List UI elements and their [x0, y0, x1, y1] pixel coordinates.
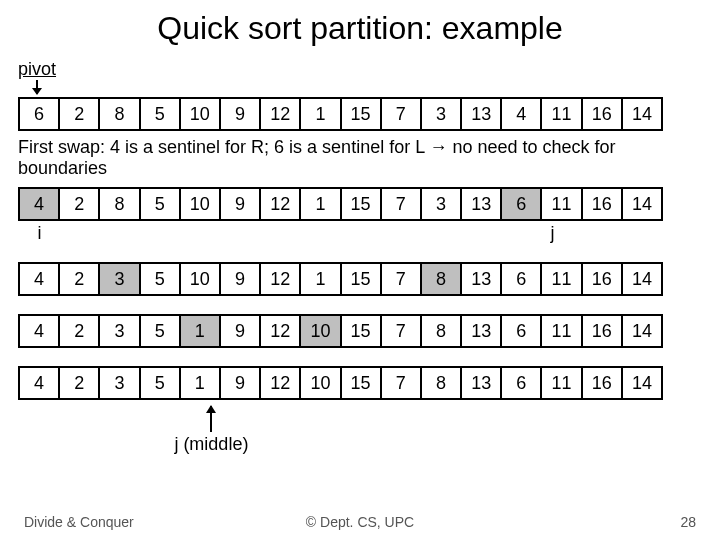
cell: 8: [100, 189, 140, 219]
cell: 14: [623, 316, 663, 346]
cell: 12: [261, 99, 301, 129]
cell: 13: [462, 316, 502, 346]
cell: 15: [342, 316, 382, 346]
array-row-4: 4 2 3 5 1 9 12 10 15 7 8 13 6 11 16 14: [18, 366, 663, 400]
cell: 12: [261, 264, 301, 294]
cell: 10: [301, 316, 341, 346]
cell: 9: [221, 189, 261, 219]
cell: 7: [382, 316, 422, 346]
array-row-3: 4 2 3 5 1 9 12 10 15 7 8 13 6 11 16 14: [18, 314, 663, 348]
cell: 16: [583, 189, 623, 219]
cell: 8: [100, 99, 140, 129]
cell: 2: [60, 264, 100, 294]
footer-center: © Dept. CS, UPC: [0, 514, 720, 530]
cell: 14: [623, 264, 663, 294]
cell: 3: [100, 368, 140, 398]
cell: 11: [542, 264, 582, 294]
cell: 6: [502, 316, 542, 346]
cell: 1: [301, 99, 341, 129]
cell: 11: [542, 189, 582, 219]
cell: 7: [382, 368, 422, 398]
cell: 14: [623, 189, 663, 219]
cell: 10: [181, 189, 221, 219]
cell: 9: [221, 316, 261, 346]
cell: 10: [181, 99, 221, 129]
cell: 4: [20, 368, 60, 398]
cell: 10: [301, 368, 341, 398]
slide-content: pivot 6 2 8 5 10 9 12 1 15 7 3 13 4 11 1…: [0, 59, 720, 455]
cell: 2: [60, 368, 100, 398]
cell: 13: [462, 189, 502, 219]
cell: 1: [181, 368, 221, 398]
array-row-0: 6 2 8 5 10 9 12 1 15 7 3 13 4 11 16 14: [18, 97, 663, 131]
cell: 15: [342, 264, 382, 294]
cell: 5: [141, 316, 181, 346]
i-label: i: [18, 223, 61, 244]
page-title: Quick sort partition: example: [0, 0, 720, 47]
cell: 5: [141, 264, 181, 294]
cell: 10: [181, 264, 221, 294]
cell: 3: [422, 189, 462, 219]
slide: Quick sort partition: example pivot 6 2 …: [0, 0, 720, 540]
cell: 16: [583, 368, 623, 398]
cell: 8: [422, 368, 462, 398]
cell: 15: [342, 189, 382, 219]
cell: 12: [261, 316, 301, 346]
j-middle-label: j (middle): [174, 434, 248, 455]
cell: 9: [221, 368, 261, 398]
cell: 7: [382, 189, 422, 219]
cell: 8: [422, 316, 462, 346]
cell: 14: [623, 368, 663, 398]
cell: 7: [382, 264, 422, 294]
cell: 4: [502, 99, 542, 129]
cell: 13: [462, 99, 502, 129]
cell: 5: [141, 189, 181, 219]
cell: 9: [221, 99, 261, 129]
cell: 3: [100, 264, 140, 294]
cell: 11: [542, 99, 582, 129]
cell: 1: [181, 316, 221, 346]
cell: 2: [60, 316, 100, 346]
cell: 6: [20, 99, 60, 129]
slide-footer: Divide & Conquer © Dept. CS, UPC 28: [0, 514, 720, 530]
array-row-1: 4 2 8 5 10 9 12 1 15 7 3 13 6 11 16 14: [18, 187, 663, 221]
cell: 13: [462, 264, 502, 294]
cell: 15: [342, 368, 382, 398]
cell: 16: [583, 316, 623, 346]
cell: 6: [502, 264, 542, 294]
cell: 8: [422, 264, 462, 294]
cell: 16: [583, 264, 623, 294]
cell: 12: [261, 368, 301, 398]
cell: 11: [542, 368, 582, 398]
ij-labels: i j: [18, 223, 709, 244]
cell: 4: [20, 189, 60, 219]
arrow-down-icon: [36, 80, 38, 94]
cell: 4: [20, 316, 60, 346]
cell: 6: [502, 368, 542, 398]
cell: 6: [502, 189, 542, 219]
swap-explanation: First swap: 4 is a sentinel for R; 6 is …: [18, 137, 702, 179]
cell: 2: [60, 189, 100, 219]
cell: 5: [141, 368, 181, 398]
cell: 13: [462, 368, 502, 398]
cell: 5: [141, 99, 181, 129]
arrow-up-icon: [210, 406, 212, 432]
j-label: j: [531, 223, 574, 244]
array-row-2: 4 2 3 5 10 9 12 1 15 7 8 13 6 11 16 14: [18, 262, 663, 296]
cell: 3: [422, 99, 462, 129]
j-middle-pointer: j (middle): [190, 406, 233, 455]
cell: 14: [623, 99, 663, 129]
cell: 11: [542, 316, 582, 346]
cell: 12: [261, 189, 301, 219]
cell: 2: [60, 99, 100, 129]
cell: 7: [382, 99, 422, 129]
cell: 15: [342, 99, 382, 129]
cell: 4: [20, 264, 60, 294]
pivot-label: pivot: [18, 59, 702, 80]
cell: 1: [301, 189, 341, 219]
cell: 9: [221, 264, 261, 294]
cell: 1: [301, 264, 341, 294]
cell: 16: [583, 99, 623, 129]
cell: 3: [100, 316, 140, 346]
